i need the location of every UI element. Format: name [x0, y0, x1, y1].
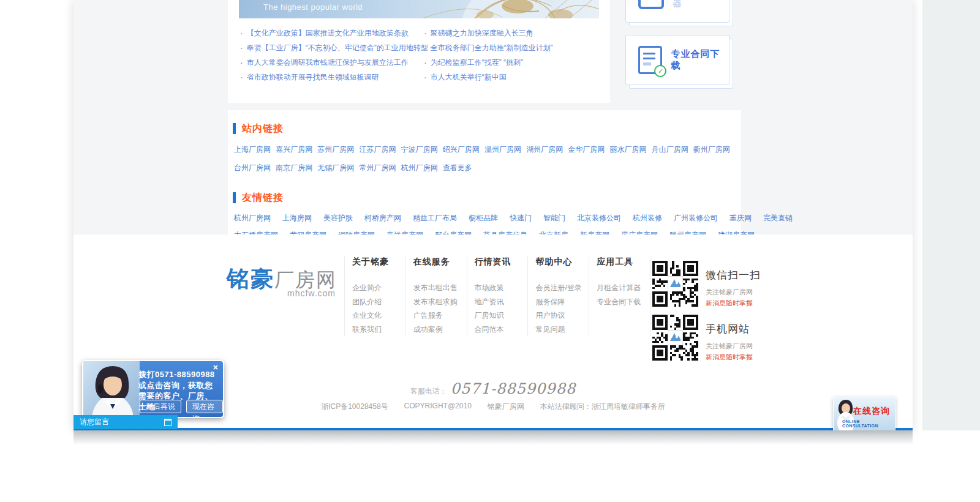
- footer-link[interactable]: 合同范本: [475, 323, 528, 337]
- footer-col-links: 会员注册/登录服务保障用户协议常见问题: [535, 281, 589, 336]
- site-link[interactable]: 台州厂房网: [234, 163, 276, 173]
- footer-link[interactable]: 发布求租求购: [413, 295, 467, 309]
- friend-link[interactable]: 美容护肤: [323, 213, 353, 223]
- site-links-header: 站内链接: [233, 122, 741, 135]
- news-link[interactable]: ·奉贤【工业厂房】“不忘初心、牢记使命”的工业用地转型: [240, 40, 418, 55]
- page-body: The highest popular world ·【文化产业政策】国家推进文…: [74, 0, 913, 430]
- footer-link[interactable]: 发布出租出售: [413, 281, 467, 295]
- site-link[interactable]: 查看更多: [443, 163, 484, 173]
- footer-link[interactable]: 企业文化: [352, 309, 405, 323]
- footer-link[interactable]: 广告服务: [413, 309, 467, 323]
- news-link[interactable]: ·聚磅礴之力加快深度融入长三角: [424, 26, 601, 40]
- site-link[interactable]: 湖州厂房网: [526, 144, 568, 155]
- icp-number[interactable]: 浙ICP备10028458号: [321, 402, 388, 412]
- bullet-icon: ·: [424, 73, 427, 81]
- footer-link[interactable]: 专业合同下载: [597, 295, 650, 309]
- footer-col-title: 应用工具: [597, 257, 650, 268]
- online-consult-widget[interactable]: 在线咨询 ONLINE CONSULTATION: [833, 397, 895, 430]
- qr-highlight: 新消息随时掌握: [706, 353, 753, 362]
- footer-link[interactable]: 月租金计算器: [597, 281, 650, 295]
- banner-image[interactable]: The highest popular world: [239, 0, 599, 18]
- friend-link[interactable]: 重庆网: [729, 213, 752, 223]
- footer-col-title: 帮助中心: [535, 257, 589, 268]
- footer-link[interactable]: 企业简介: [352, 281, 405, 295]
- site-link[interactable]: 舟山厂房网: [652, 144, 693, 155]
- site-link[interactable]: 金华厂房网: [568, 144, 609, 155]
- tool-card-label: 月租金计算器: [673, 0, 729, 9]
- service-agent-photo: [83, 361, 140, 417]
- friend-link[interactable]: 智能门: [543, 213, 565, 223]
- news-link[interactable]: ·省市政协联动开展寻找民生领域短板调研: [240, 70, 418, 84]
- site-link[interactable]: 杭州厂房网: [401, 163, 443, 173]
- footer-link[interactable]: 市场政策: [475, 281, 528, 295]
- friend-links-title: 友情链接: [242, 192, 284, 204]
- friend-link[interactable]: 杭州装修: [633, 213, 662, 223]
- friend-link[interactable]: 广州装修公司: [674, 213, 718, 223]
- footer-col-market: 行情资讯 市场政策地产资讯厂房知识合同范本: [467, 257, 528, 336]
- site-link[interactable]: 衢州厂房网: [693, 144, 735, 155]
- footer-col-tools: 应用工具 月租金计算器专业合同下载: [589, 257, 650, 336]
- footer-link[interactable]: 用户协议: [535, 309, 589, 323]
- window-restore-icon[interactable]: [164, 419, 172, 426]
- calculator-icon: [638, 0, 664, 9]
- consult-now-button[interactable]: 现在咨询: [186, 400, 223, 413]
- footer-col-links: 企业简介团队介绍企业文化联系我们: [352, 281, 405, 336]
- site-link[interactable]: 南京厂房网: [276, 163, 317, 173]
- news-list-right: ·聚磅礴之力加快深度融入长三角 ·全市税务部门全力助推“新制造业计划” ·为纪检…: [424, 26, 601, 84]
- footer-col-links: 月租金计算器专业合同下载: [597, 281, 650, 309]
- later-button[interactable]: 稍后再说: [140, 400, 181, 413]
- site-link[interactable]: 无锡厂房网: [317, 163, 359, 173]
- friend-link[interactable]: 完美直销: [763, 213, 793, 223]
- footer-link[interactable]: 地产资讯: [475, 295, 528, 309]
- footer-link[interactable]: 服务保障: [535, 295, 589, 309]
- tool-card-contract-download[interactable]: ✓ 专业合同下载: [625, 35, 729, 85]
- friend-link[interactable]: 柯桥房产网: [364, 213, 401, 223]
- footer-col-title: 行情资讯: [475, 257, 528, 268]
- footer-col-about: 关于铭豪 企业简介团队介绍企业文化联系我们: [344, 257, 405, 336]
- news-link[interactable]: ·市人大常委会调研我市钱塘江保护与发展立法工作: [240, 55, 418, 70]
- news-link[interactable]: ·全市税务部门全力助推“新制造业计划”: [424, 40, 601, 55]
- footer-link[interactable]: 厂房知识: [475, 309, 528, 323]
- qr-title: 手机网站: [706, 322, 753, 336]
- chat-popup: × 拨打0571-88590988或点击咨询，获取您需要的客户、厂房、土地 稍后…: [82, 360, 224, 418]
- footer-link[interactable]: 联系我们: [352, 323, 405, 337]
- site-link[interactable]: 苏州厂房网: [317, 144, 359, 155]
- friend-link[interactable]: 北京装修公司: [577, 213, 621, 223]
- news-link[interactable]: ·市人大机关举行“新中国: [424, 70, 601, 84]
- site-link[interactable]: 常州厂房网: [359, 163, 401, 173]
- footer-nav-columns: 关于铭豪 企业简介团队介绍企业文化联系我们 在线服务 发布出租出售发布求租求购广…: [344, 257, 650, 336]
- site-link[interactable]: 嘉兴厂房网: [276, 144, 317, 155]
- tool-card-label: 专业合同下载: [671, 48, 729, 72]
- footer-link[interactable]: 会员注册/登录: [535, 281, 589, 295]
- site-link[interactable]: 丽水厂房网: [609, 144, 651, 155]
- friend-link[interactable]: 快速门: [510, 213, 532, 223]
- logo-domain-text: mhcfw.com: [287, 288, 336, 298]
- footer-link[interactable]: 成功案例: [413, 323, 467, 337]
- bullet-icon: ·: [424, 58, 427, 67]
- friend-link[interactable]: 杭州厂房网: [234, 213, 271, 223]
- footer-link[interactable]: 常见问题: [535, 323, 589, 337]
- footer-logo[interactable]: 铭豪厂房网 mhcfw.com: [227, 264, 337, 294]
- friend-link[interactable]: 橱柜品牌: [469, 213, 498, 223]
- bullet-icon: ·: [240, 29, 243, 37]
- friend-links-row-1: 杭州厂房网上海房网美容护肤柯桥房产网精益工厂布局橱柜品牌快速门智能门北京装修公司…: [234, 213, 735, 223]
- news-link[interactable]: ·为纪检监察工作“找茬” “挑刺”: [424, 55, 601, 70]
- news-link[interactable]: ·【文化产业政策】国家推进文化产业用地政策条款: [240, 26, 418, 40]
- friend-link[interactable]: 精益工厂布局: [413, 213, 457, 223]
- leave-message-bar[interactable]: 请您留言: [74, 415, 178, 429]
- footer-col-title: 在线服务: [413, 257, 467, 268]
- check-icon: ✓: [654, 65, 666, 77]
- bullet-icon: ·: [240, 43, 243, 52]
- outer-background-strip: [922, 0, 980, 430]
- site-link[interactable]: 绍兴厂房网: [443, 144, 484, 155]
- footer-link[interactable]: 团队介绍: [352, 295, 405, 309]
- qr-subtitle: 关注铭豪厂房网: [706, 342, 753, 351]
- tool-card-rent-calculator[interactable]: 月租金计算器: [625, 0, 729, 23]
- site-link[interactable]: 宁波厂房网: [401, 144, 443, 155]
- banner-caption: The highest popular world: [263, 2, 363, 12]
- friend-link[interactable]: 上海房网: [282, 213, 312, 223]
- site-link[interactable]: 温州厂房网: [484, 144, 526, 155]
- legal-text: 本站法律顾问：浙江周培敏律师事务所: [540, 402, 665, 412]
- site-link[interactable]: 江苏厂房网: [359, 144, 401, 155]
- site-link[interactable]: 上海厂房网: [234, 144, 276, 155]
